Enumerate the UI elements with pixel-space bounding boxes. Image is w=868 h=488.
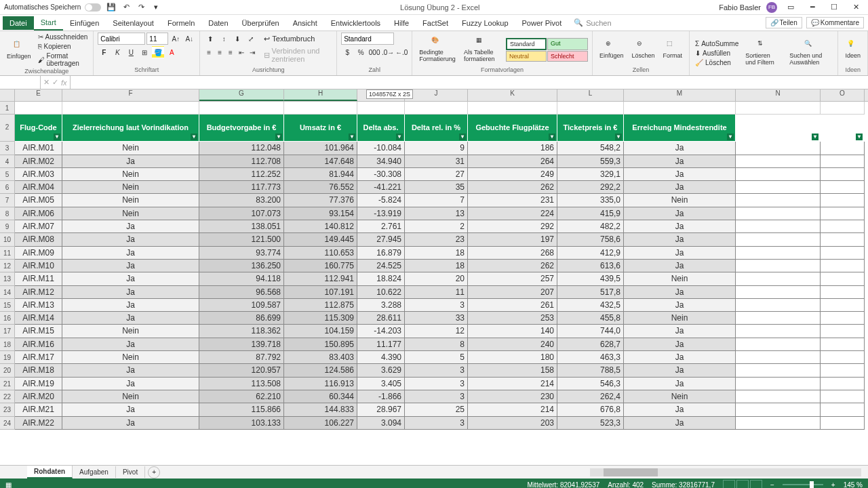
cell[interactable] [821,299,865,312]
cell[interactable]: 12 [405,325,468,338]
cell[interactable]: Ja [624,233,736,246]
cell[interactable] [821,115,865,142]
cell[interactable]: 8 [405,338,468,351]
table-header-cell[interactable]: Delta rel. in % [405,115,468,142]
cell[interactable]: 103.133 [199,417,284,430]
row-header[interactable]: 23 [0,403,15,416]
cell[interactable]: AIR.M09 [15,247,62,260]
cell[interactable]: 93.774 [199,247,284,260]
cell[interactable] [357,102,405,115]
cell[interactable]: Ja [624,417,736,430]
cell[interactable]: AIR.M17 [15,351,62,364]
row-header[interactable]: 3 [0,142,15,155]
style-standard[interactable]: Standard [506,38,547,50]
cell[interactable]: AIR.M08 [15,233,62,246]
fx-icon[interactable]: fx [61,79,67,87]
cell[interactable]: 432,5 [557,299,624,312]
avatar[interactable]: FB [766,2,777,13]
insert-cells-button[interactable]: ⊕Einfügen [597,39,627,60]
cell[interactable] [736,142,821,155]
cell[interactable] [821,220,865,233]
row-header[interactable]: 21 [0,378,15,390]
cell[interactable]: 118.362 [199,325,284,338]
cell[interactable]: Ja [624,378,736,390]
format-cells-button[interactable]: ⬚Format [660,39,686,60]
cell[interactable]: Ja [62,338,199,351]
tab-entwicklertools[interactable]: Entwicklertools [324,16,387,30]
cell[interactable]: 2.761 [357,220,405,233]
style-neutral[interactable]: Neutral [506,51,547,62]
cell[interactable]: Ja [624,142,736,155]
style-schlecht[interactable]: Schlecht [547,51,588,62]
cell[interactable]: Ja [624,299,736,312]
cell[interactable]: Ja [62,299,199,312]
cell[interactable]: Ja [624,181,736,194]
cell[interactable] [557,102,624,115]
teilen-button[interactable]: 🔗 Teilen [766,17,802,28]
cell[interactable]: 10.622 [357,286,405,299]
cell[interactable]: Ja [62,378,199,390]
cell[interactable]: Ja [624,364,736,377]
cell[interactable]: -30.308 [357,168,405,181]
conditional-format-button[interactable]: 🎨Bedingte Formatierung [416,35,458,64]
cell[interactable] [821,338,865,351]
redo-icon[interactable]: ↷ [136,3,146,12]
cell[interactable]: 31 [405,155,468,168]
cell[interactable]: Nein [62,168,199,181]
cell[interactable] [736,194,821,207]
increase-font-icon[interactable]: A↑ [170,33,182,45]
cell[interactable]: Ja [62,312,199,325]
cell[interactable]: AIR.M06 [15,207,62,220]
cell[interactable]: Nein [62,390,199,403]
cell[interactable]: 3 [405,378,468,390]
zoom-level[interactable]: 145 % [844,481,863,489]
cell[interactable]: 18 [405,260,468,272]
cell[interactable]: 3.288 [357,299,405,312]
cell[interactable] [821,378,865,390]
table-header-cell[interactable]: Budgetvorgabe in € [199,115,284,142]
cell[interactable]: 517,8 [557,286,624,299]
cell[interactable]: AIR.M04 [15,181,62,194]
cell[interactable]: 28.611 [357,312,405,325]
sheet-tab-aufgaben[interactable]: Aufgaben [73,466,116,478]
inc-decimal-icon[interactable]: .0→ [382,46,394,58]
cell[interactable]: 124.586 [284,364,357,377]
cell[interactable]: 439,5 [557,272,624,285]
cell[interactable]: Ja [624,247,736,260]
cell[interactable]: 744,0 [557,325,624,338]
ideas-button[interactable]: 💡Ideen [842,39,863,60]
cell[interactable]: 264 [468,155,557,168]
cell[interactable]: 3.094 [357,417,405,430]
cell[interactable]: Ja [62,233,199,246]
cell[interactable]: Ja [624,155,736,168]
paste-button[interactable]: 📋Einfügen [4,39,34,61]
cell[interactable]: 87.792 [199,351,284,364]
row-header[interactable]: 1 [0,102,15,115]
cell[interactable]: 253 [468,312,557,325]
cell[interactable] [736,325,821,338]
search-icon[interactable]: 🔍 [574,18,583,27]
row-header[interactable]: 2 [0,115,15,142]
row-header[interactable]: 24 [0,417,15,430]
find-select-button[interactable]: 🔍Suchen und Auswählen [787,39,833,67]
cell[interactable]: 116.913 [284,378,357,390]
cell[interactable]: 180 [468,351,557,364]
cell[interactable]: 257 [468,272,557,285]
row-header[interactable]: 15 [0,299,15,312]
cell[interactable] [736,181,821,194]
cell[interactable]: AIR.M11 [15,272,62,285]
cell[interactable]: 214 [468,403,557,416]
merge-button[interactable]: ⊟ Verbinden und zentrieren [262,46,333,64]
cell[interactable]: 415,9 [557,207,624,220]
cell[interactable]: 112.708 [199,155,284,168]
select-all-corner[interactable] [0,89,15,101]
cell[interactable] [736,417,821,430]
cell[interactable] [15,102,62,115]
tab-ueberpruefen[interactable]: Überprüfen [235,16,286,30]
cell[interactable] [821,102,865,115]
cell[interactable]: 559,3 [557,155,624,168]
font-select[interactable] [98,33,145,45]
cell[interactable]: 93.154 [284,207,357,220]
cell[interactable]: 139.718 [199,338,284,351]
indent-dec-icon[interactable]: ⇤ [237,46,246,58]
